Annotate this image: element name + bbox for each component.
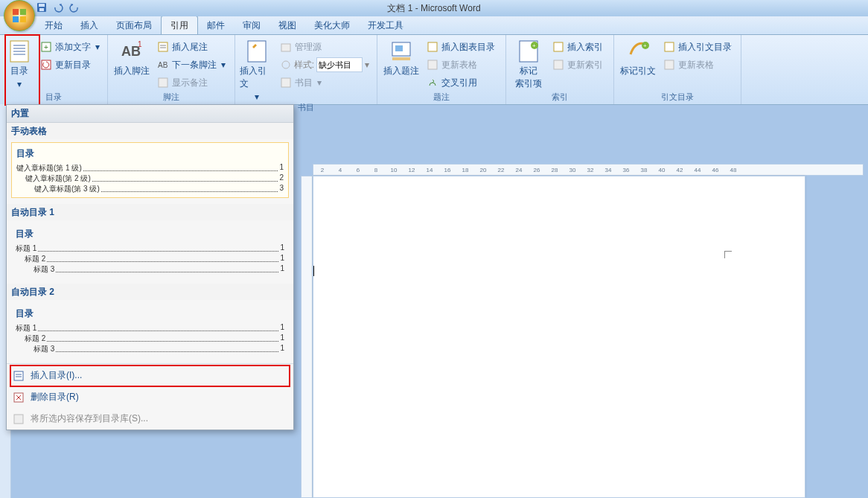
group-footnotes: AB1 插入脚注 插入尾注 AB下一条脚注▾ 显示备注 脚注	[108, 35, 235, 104]
group-label: 目录	[4, 92, 103, 104]
cross-reference-button[interactable]: 交叉引用	[424, 74, 498, 91]
insert-toc-menu-item[interactable]: 插入目录(I)...	[7, 365, 293, 386]
preview-manual[interactable]: 目录 键入章标题(第 1 级)1键入章标题(第 2 级)2键入章标题(第 3 级…	[11, 142, 289, 198]
tab-page-layout[interactable]: 页面布局	[107, 16, 161, 34]
undo-icon[interactable]	[52, 1, 64, 13]
remove-toc-menu-item[interactable]: 删除目录(R)	[7, 386, 293, 408]
svg-rect-34	[554, 42, 563, 51]
svg-rect-5	[39, 4, 45, 7]
svg-rect-21	[159, 78, 167, 87]
svg-text:1: 1	[138, 40, 142, 48]
update-toc-button[interactable]: 更新目录	[37, 57, 103, 73]
manage-sources-icon	[280, 41, 292, 53]
chevron-down-icon: ▾	[221, 60, 226, 70]
mark-citation-button[interactable]: + 标记引文	[619, 36, 657, 77]
manage-sources-button[interactable]: 管理源	[277, 39, 372, 55]
svg-text:+: +	[44, 43, 48, 51]
ruler-tick: 14	[421, 167, 438, 173]
ruler-tick: 6	[349, 167, 367, 173]
save-to-gallery-menu-item: 将所选内容保存到目录库(S)...	[7, 408, 293, 430]
tab-home[interactable]: 开始	[36, 16, 71, 34]
ruler-tick: 4	[331, 167, 349, 173]
insert-footnote-button[interactable]: AB1 插入脚注	[112, 36, 151, 77]
footnote-icon: AB1	[120, 39, 144, 63]
update-icon	[427, 59, 438, 71]
toc-button[interactable]: 目录 ▾	[4, 36, 34, 89]
mark-index-entry-button[interactable]: + 标记 索引项	[511, 36, 546, 90]
tab-view[interactable]: 视图	[269, 16, 305, 34]
update-index-button: 更新索引	[549, 57, 606, 73]
update-icon	[552, 59, 564, 71]
redo-icon[interactable]	[68, 1, 80, 13]
svg-rect-0	[13, 9, 19, 15]
update-toa-button: 更新表格	[660, 57, 735, 73]
toc-button-label: 目录	[10, 65, 28, 77]
next-footnote-button[interactable]: AB下一条脚注▾	[154, 57, 229, 73]
citation-icon	[245, 39, 269, 63]
ruler-tick: 28	[546, 167, 564, 173]
section-auto1: 自动目录 1	[7, 204, 293, 220]
group-captions: 插入题注 插入图表目录 更新表格 交叉引用 题注	[377, 35, 506, 104]
ruler-tick: 16	[438, 167, 456, 173]
svg-rect-23	[281, 44, 290, 51]
citation-style-select[interactable]: 样式:▾	[277, 57, 372, 73]
ruler-tick: 26	[528, 167, 546, 173]
cross-ref-icon	[427, 77, 438, 89]
svg-text:+: +	[532, 42, 536, 49]
ruler-tick: 46	[706, 167, 724, 173]
toc-icon	[7, 39, 31, 63]
style-value-input[interactable]	[316, 57, 363, 72]
preview-auto2[interactable]: 目录 标题 11标题 21标题 31	[11, 303, 289, 357]
save-icon[interactable]	[36, 1, 48, 13]
tab-references[interactable]: 引用	[161, 16, 198, 34]
insert-toc-icon	[13, 370, 25, 382]
preview-auto1[interactable]: 目录 标题 11标题 21标题 31	[11, 223, 289, 278]
bibliography-button[interactable]: 书目▾	[277, 74, 372, 91]
group-label: 引文目录	[619, 92, 736, 104]
toc-dropdown: 内置 手动表格 目录 键入章标题(第 1 级)1键入章标题(第 2 级)2键入章…	[6, 104, 294, 430]
tab-insert[interactable]: 插入	[71, 16, 107, 34]
style-icon	[280, 59, 292, 71]
insert-index-button[interactable]: 插入索引	[549, 39, 606, 55]
text-cursor	[313, 266, 314, 276]
svg-text:+: +	[643, 42, 647, 49]
document-page[interactable]	[313, 176, 805, 498]
tab-mailings[interactable]: 邮件	[198, 16, 234, 34]
title-bar: 文档 1 - Microsoft Word	[0, 0, 868, 16]
ruler-tick: 8	[367, 167, 385, 173]
ruler-tick: 40	[653, 167, 671, 173]
insert-toa-button[interactable]: 插入引文目录	[660, 39, 735, 55]
ruler-tick: 36	[617, 167, 635, 173]
svg-rect-1	[20, 9, 26, 15]
toc-preview-line: 键入章标题(第 1 级)1	[16, 163, 284, 173]
show-notes-icon	[157, 77, 169, 89]
section-manual: 手动表格	[7, 123, 293, 139]
ruler-tick: 48	[724, 167, 742, 173]
horizontal-ruler[interactable]: 2468101214161820222426283032343638404244…	[313, 164, 864, 176]
show-notes-button: 显示备注	[154, 74, 229, 91]
insert-citation-button[interactable]: 插入引文 ▾	[240, 36, 274, 102]
svg-point-24	[282, 61, 290, 68]
ruler-tick: 10	[385, 167, 403, 173]
chevron-down-icon: ▾	[317, 77, 322, 88]
vertical-ruler[interactable]	[301, 176, 313, 498]
update-icon	[663, 59, 675, 71]
group-label: 题注	[382, 92, 501, 104]
chevron-down-icon: ▾	[95, 42, 100, 52]
update-icon	[40, 59, 52, 71]
toc-preview-line: 键入章标题(第 2 级)2	[16, 173, 284, 184]
office-button[interactable]	[4, 0, 35, 31]
page-corner-mark	[724, 251, 732, 258]
insert-figure-table-button[interactable]: 插入图表目录	[424, 39, 498, 55]
tab-beautify[interactable]: 美化大师	[305, 16, 359, 34]
tab-developer[interactable]: 开发工具	[359, 16, 412, 34]
insert-endnote-button[interactable]: 插入尾注	[154, 39, 229, 55]
add-text-button[interactable]: + 添加文字▾	[37, 39, 103, 55]
tab-review[interactable]: 审阅	[234, 16, 269, 34]
dropdown-header: 内置	[7, 105, 293, 123]
insert-caption-button[interactable]: 插入题注	[382, 36, 421, 77]
insert-index-icon	[552, 41, 564, 53]
mark-citation-icon: +	[626, 39, 650, 63]
update-caption-table-button: 更新表格	[424, 57, 498, 73]
svg-rect-3	[20, 16, 26, 22]
